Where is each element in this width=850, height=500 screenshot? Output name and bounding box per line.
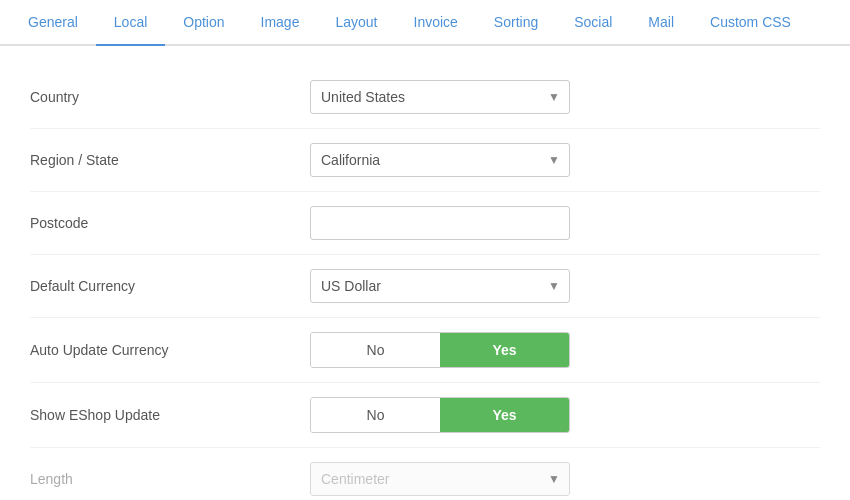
auto-update-currency-no[interactable]: No — [311, 333, 440, 367]
region-label: Region / State — [30, 152, 310, 168]
tab-local[interactable]: Local — [96, 0, 165, 46]
postcode-label: Postcode — [30, 215, 310, 231]
tab-option[interactable]: Option — [165, 0, 242, 46]
tab-general[interactable]: General — [10, 0, 96, 46]
tab-layout[interactable]: Layout — [317, 0, 395, 46]
country-control: United States Canada United Kingdom Aust… — [310, 80, 570, 114]
local-form: Country United States Canada United King… — [0, 46, 850, 500]
region-row: Region / State California New York Texas… — [30, 129, 820, 192]
country-select-wrapper: United States Canada United Kingdom Aust… — [310, 80, 570, 114]
currency-label: Default Currency — [30, 278, 310, 294]
currency-select[interactable]: US Dollar Euro British Pound Canadian Do… — [310, 269, 570, 303]
auto-update-currency-yes[interactable]: Yes — [440, 333, 569, 367]
auto-update-currency-toggle: No Yes — [310, 332, 570, 368]
show-eshop-update-control: No Yes — [310, 397, 570, 433]
auto-update-currency-label: Auto Update Currency — [30, 342, 310, 358]
country-label: Country — [30, 89, 310, 105]
show-eshop-update-no[interactable]: No — [311, 398, 440, 432]
show-eshop-update-yes[interactable]: Yes — [440, 398, 569, 432]
currency-control: US Dollar Euro British Pound Canadian Do… — [310, 269, 570, 303]
tab-bar: General Local Option Image Layout Invoic… — [0, 0, 850, 46]
region-select[interactable]: California New York Texas Florida — [310, 143, 570, 177]
length-select[interactable]: Centimeter Inch Foot — [310, 462, 570, 496]
show-eshop-update-label: Show EShop Update — [30, 407, 310, 423]
show-eshop-update-row: Show EShop Update No Yes — [30, 383, 820, 448]
auto-update-currency-control: No Yes — [310, 332, 570, 368]
tab-mail[interactable]: Mail — [630, 0, 692, 46]
tab-invoice[interactable]: Invoice — [396, 0, 476, 46]
country-row: Country United States Canada United King… — [30, 66, 820, 129]
postcode-input[interactable] — [310, 206, 570, 240]
tab-image[interactable]: Image — [243, 0, 318, 46]
show-eshop-update-toggle: No Yes — [310, 397, 570, 433]
length-label: Length — [30, 471, 310, 487]
length-select-wrapper: Centimeter Inch Foot ▼ — [310, 462, 570, 496]
postcode-row: Postcode — [30, 192, 820, 255]
country-select[interactable]: United States Canada United Kingdom Aust… — [310, 80, 570, 114]
length-control: Centimeter Inch Foot ▼ — [310, 462, 570, 496]
length-row: Length Centimeter Inch Foot ▼ — [30, 448, 820, 500]
region-select-wrapper: California New York Texas Florida ▼ — [310, 143, 570, 177]
postcode-control — [310, 206, 570, 240]
auto-update-currency-row: Auto Update Currency No Yes — [30, 318, 820, 383]
currency-row: Default Currency US Dollar Euro British … — [30, 255, 820, 318]
region-control: California New York Texas Florida ▼ — [310, 143, 570, 177]
currency-select-wrapper: US Dollar Euro British Pound Canadian Do… — [310, 269, 570, 303]
tab-custom-css[interactable]: Custom CSS — [692, 0, 809, 46]
tab-sorting[interactable]: Sorting — [476, 0, 556, 46]
tab-social[interactable]: Social — [556, 0, 630, 46]
